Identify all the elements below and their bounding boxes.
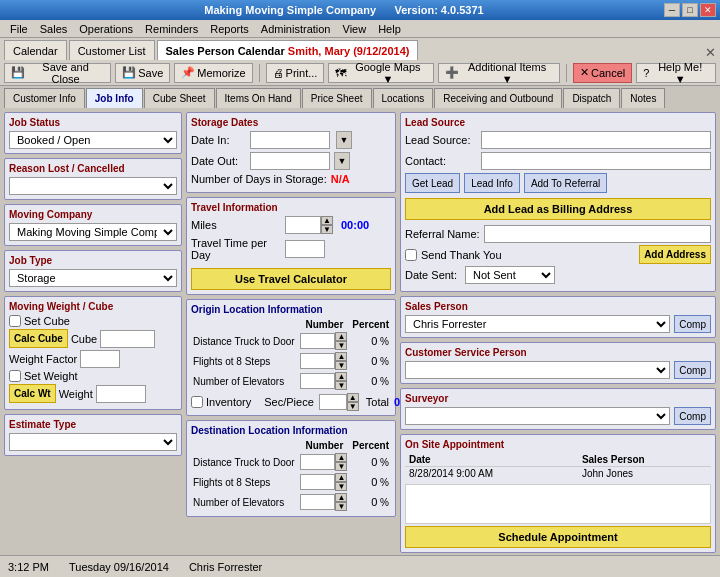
origin-row2-number-cell: 0 ▲ ▼ <box>298 351 350 371</box>
schedule-appointment-button[interactable]: Schedule Appointment <box>405 526 711 548</box>
tab-notes[interactable]: Notes <box>621 88 665 108</box>
tab-customer-info[interactable]: Customer Info <box>4 88 85 108</box>
dest-row1-number-cell: 0 ▲ ▼ <box>298 452 350 472</box>
origin-flights-number-input[interactable]: 0 <box>300 353 335 369</box>
dest-flights-input[interactable]: 0 <box>300 474 335 490</box>
date-in-dropdown[interactable]: ▼ <box>336 131 352 149</box>
date-sent-select[interactable]: Not Sent <box>465 266 555 284</box>
reason-lost-select[interactable] <box>9 177 177 195</box>
cancel-icon: ✕ <box>580 66 589 79</box>
miles-up-button[interactable]: ▲ <box>321 216 333 225</box>
calc-cube-button[interactable]: Calc Cube <box>9 329 68 348</box>
moving-company-select[interactable]: Making Moving Simple Compan <box>9 223 177 241</box>
close-button[interactable]: ✕ <box>700 3 716 17</box>
tab-locations[interactable]: Locations <box>373 88 434 108</box>
origin-distance-down[interactable]: ▼ <box>335 341 347 350</box>
dest-distance-down[interactable]: ▼ <box>335 462 347 471</box>
close-tab-icon[interactable]: ✕ <box>705 45 716 60</box>
get-lead-button[interactable]: Get Lead <box>405 173 460 193</box>
miles-down-button[interactable]: ▼ <box>321 225 333 234</box>
add-lead-billing-button[interactable]: Add Lead as Billing Address <box>405 198 711 220</box>
dest-elevators-input[interactable]: 0 <box>300 494 335 510</box>
menu-administration[interactable]: Administration <box>255 22 337 36</box>
tab-price-sheet[interactable]: Price Sheet <box>302 88 372 108</box>
dest-distance-up[interactable]: ▲ <box>335 453 347 462</box>
estimate-type-select[interactable] <box>9 433 177 451</box>
tab-receiving-outbound[interactable]: Receiving and Outbound <box>434 88 562 108</box>
inventory-checkbox[interactable] <box>191 396 203 408</box>
tab-job-info[interactable]: Job Info <box>86 88 143 108</box>
surveyor-select[interactable] <box>405 407 670 425</box>
google-maps-button[interactable]: 🗺 Google Maps ▼ <box>328 63 434 83</box>
tab-sales-person-calendar[interactable]: Sales Person Calendar Smith, Mary (9/12/… <box>157 40 419 60</box>
memorize-button[interactable]: 📌 Memorize <box>174 63 252 83</box>
sec-piece-input[interactable]: 30 <box>319 394 347 410</box>
origin-elevators-number-input[interactable]: 0 <box>300 373 335 389</box>
dest-row2-label: Flights ot 8 Steps <box>191 472 298 492</box>
tab-dispatch[interactable]: Dispatch <box>563 88 620 108</box>
menu-sales[interactable]: Sales <box>34 22 74 36</box>
date-out-dropdown[interactable]: ▼ <box>334 152 350 170</box>
customer-service-comp-button[interactable]: Comp <box>674 361 711 379</box>
origin-flights-down[interactable]: ▼ <box>335 361 347 370</box>
referral-name-input[interactable] <box>484 225 711 243</box>
storage-dates-title: Storage Dates <box>191 117 391 128</box>
menu-view[interactable]: View <box>337 22 373 36</box>
sec-piece-up[interactable]: ▲ <box>347 393 359 402</box>
job-status-select[interactable]: Booked / Open <box>9 131 177 149</box>
dest-elevators-down[interactable]: ▼ <box>335 502 347 511</box>
send-thank-you-checkbox[interactable] <box>405 249 417 261</box>
dest-flights-down[interactable]: ▼ <box>335 482 347 491</box>
sales-person-comp-button[interactable]: Comp <box>674 315 711 333</box>
contact-input[interactable] <box>481 152 711 170</box>
job-type-select[interactable]: Storage <box>9 269 177 287</box>
tab-cube-sheet[interactable]: Cube Sheet <box>144 88 215 108</box>
set-weight-checkbox[interactable] <box>9 370 21 382</box>
origin-elevators-up[interactable]: ▲ <box>335 372 347 381</box>
additional-items-button[interactable]: ➕ Additional Items ▼ <box>438 63 560 83</box>
menu-reports[interactable]: Reports <box>204 22 255 36</box>
maximize-button[interactable]: □ <box>682 3 698 17</box>
dest-elevators-up[interactable]: ▲ <box>335 493 347 502</box>
weight-value-input[interactable]: 4963.00 <box>96 385 146 403</box>
minimize-button[interactable]: ─ <box>664 3 680 17</box>
customer-service-row: Comp <box>405 361 711 379</box>
origin-elevators-down[interactable]: ▼ <box>335 381 347 390</box>
add-address-button[interactable]: Add Address <box>639 245 711 264</box>
date-out-input[interactable]: Unknown <box>250 152 330 170</box>
menu-file[interactable]: File <box>4 22 34 36</box>
tab-items-on-hand[interactable]: Items On Hand <box>216 88 301 108</box>
origin-distance-number-input[interactable]: 0 <box>300 333 335 349</box>
menu-operations[interactable]: Operations <box>73 22 139 36</box>
help-button[interactable]: ? Help Me! ▼ <box>636 63 716 83</box>
lead-info-button[interactable]: Lead Info <box>464 173 520 193</box>
cube-value-input[interactable]: 709.60 <box>100 330 155 348</box>
menu-reminders[interactable]: Reminders <box>139 22 204 36</box>
travel-calculator-button[interactable]: Use Travel Calculator <box>191 268 391 290</box>
save-close-button[interactable]: 💾 Save and Close <box>4 63 111 83</box>
miles-input[interactable]: 50 <box>285 216 321 234</box>
date-in-input[interactable]: 09/16/2014 <box>250 131 330 149</box>
origin-flights-up[interactable]: ▲ <box>335 352 347 361</box>
print-button[interactable]: 🖨 Print... <box>266 63 325 83</box>
tab-calendar[interactable]: Calendar <box>4 40 67 60</box>
calc-wt-button[interactable]: Calc Wt <box>9 384 56 403</box>
customer-service-select[interactable] <box>405 361 670 379</box>
surveyor-comp-button[interactable]: Comp <box>674 407 711 425</box>
save-button[interactable]: 💾 Save <box>115 63 170 83</box>
weight-factor-input[interactable]: 7.00 <box>80 350 120 368</box>
sec-piece-down[interactable]: ▼ <box>347 402 359 411</box>
estimate-type-panel: Estimate Type <box>4 414 182 456</box>
dest-distance-input[interactable]: 0 <box>300 454 335 470</box>
menu-help[interactable]: Help <box>372 22 407 36</box>
lead-source-input[interactable]: Yellow Pages <box>481 131 711 149</box>
origin-distance-up[interactable]: ▲ <box>335 332 347 341</box>
sales-person-select[interactable]: Chris Forrester <box>405 315 670 333</box>
dest-flights-up[interactable]: ▲ <box>335 473 347 482</box>
toolbar: 💾 Save and Close 💾 Save 📌 Memorize 🖨 Pri… <box>0 60 720 86</box>
tab-customer-list[interactable]: Customer List <box>69 40 155 60</box>
cancel-button[interactable]: ✕ Cancel <box>573 63 632 83</box>
add-to-referral-button[interactable]: Add To Referral <box>524 173 607 193</box>
travel-per-day-input[interactable]: 00:30 <box>285 240 325 258</box>
set-cube-checkbox[interactable] <box>9 315 21 327</box>
